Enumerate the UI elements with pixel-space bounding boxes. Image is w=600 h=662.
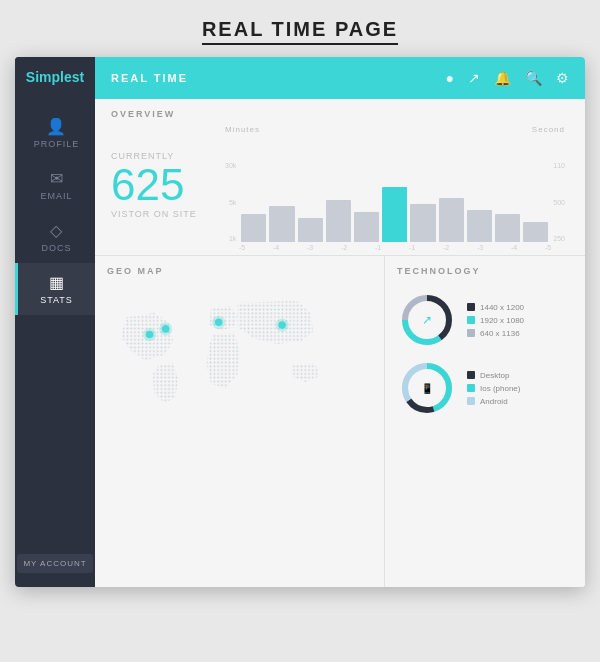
sidebar-item-label: STATS (40, 295, 73, 305)
pie-chart-icon[interactable]: ● (446, 70, 454, 86)
sidebar: Simplest 👤 PROFILE ✉ EMAIL ◇ DOCS ▦ STAT… (15, 57, 95, 587)
legend-color (467, 316, 475, 324)
legend-label: 1920 x 1080 (480, 316, 524, 325)
legend-color (467, 329, 475, 337)
legend-item: 1440 x 1200 (467, 303, 524, 312)
donut-row-1: ↗ 1440 x 1200 1920 x 1080 (397, 290, 573, 350)
legend-label: Android (480, 397, 508, 406)
sidebar-logo: Simplest (15, 57, 95, 97)
sidebar-item-label: PROFILE (34, 139, 80, 149)
bottom-sections: GEO MAP (95, 256, 585, 587)
legend-color (467, 303, 475, 311)
chart-y-right: 110 500 250 (553, 162, 565, 242)
chart-y-left: 30k 5k 1k (225, 162, 236, 242)
chart-bars (241, 162, 548, 242)
geo-section: GEO MAP (95, 256, 385, 587)
svg-point-4 (159, 322, 172, 335)
legend-color (467, 384, 475, 392)
page-title: REAL TIME PAGE (202, 18, 398, 45)
legend-item: Ios (phone) (467, 384, 520, 393)
chart-bar (382, 187, 407, 242)
svg-point-2 (143, 327, 156, 340)
sidebar-nav: 👤 PROFILE ✉ EMAIL ◇ DOCS ▦ STATS (15, 97, 95, 538)
geo-title: GEO MAP (107, 266, 372, 276)
overview-body: CURRENTLY 625 VISTOR ON SITE Minutes Sec… (111, 125, 569, 255)
chart-bar (326, 200, 351, 242)
legend-item: 640 x 1136 (467, 329, 524, 338)
overview-title: OVERVIEW (111, 109, 569, 119)
legend-label: Desktop (480, 371, 509, 380)
chart-wrapper: 30k 5k 1k 110 500 250 (221, 136, 569, 242)
donut-2: 📱 (397, 358, 457, 418)
chart-bar (523, 222, 548, 242)
chart-bar (495, 214, 520, 242)
bell-icon[interactable]: 🔔 (494, 70, 511, 86)
content: OVERVIEW CURRENTLY 625 VISTOR ON SITE Mi… (95, 99, 585, 587)
app-container: Simplest 👤 PROFILE ✉ EMAIL ◇ DOCS ▦ STAT… (15, 57, 585, 587)
visitor-count: 625 (111, 163, 221, 207)
sidebar-item-email[interactable]: ✉ EMAIL (15, 159, 95, 211)
my-account-button[interactable]: MY ACCOUNT (17, 554, 92, 573)
top-nav: REAL TIME ● ↗ 🔔 🔍 ⚙ (95, 57, 585, 99)
profile-icon: 👤 (46, 117, 67, 136)
main-area: REAL TIME ● ↗ 🔔 🔍 ⚙ OVERVIEW CURRENTLY 6… (95, 57, 585, 587)
chart-labels-top: Minutes Second (221, 125, 569, 136)
sidebar-item-docs[interactable]: ◇ DOCS (15, 211, 95, 263)
world-map (107, 282, 372, 442)
sidebar-item-label: DOCS (41, 243, 71, 253)
chart-bar (467, 210, 492, 242)
legend-1: 1440 x 1200 1920 x 1080 640 x 1136 (467, 303, 524, 338)
chart-right-label: Second (532, 125, 565, 134)
sidebar-item-label: EMAIL (40, 191, 72, 201)
donut-row-2: 📱 Desktop Ios (phone) (397, 358, 573, 418)
trend-icon[interactable]: ↗ (468, 70, 480, 86)
settings-icon[interactable]: ⚙ (556, 70, 569, 86)
overview-left: CURRENTLY 625 VISTOR ON SITE (111, 125, 221, 255)
chart-bar (354, 212, 379, 242)
sidebar-item-stats[interactable]: ▦ STATS (15, 263, 95, 315)
chart-x-axis: -5 -4 -3 -2 -1 -1 -2 -3 -4 -5 (221, 242, 569, 251)
search-icon[interactable]: 🔍 (525, 70, 542, 86)
chart-left-label: Minutes (225, 125, 260, 134)
tech-title: TECHNOLOGY (397, 266, 573, 276)
stats-icon: ▦ (49, 273, 65, 292)
donut-2-icon: 📱 (421, 383, 433, 394)
legend-item: Android (467, 397, 520, 406)
logo-text-static: Simpl (26, 69, 64, 85)
svg-point-8 (275, 318, 288, 331)
world-map-svg (107, 285, 372, 440)
overview-section: OVERVIEW CURRENTLY 625 VISTOR ON SITE Mi… (95, 99, 585, 256)
chart-bar (269, 206, 294, 242)
sidebar-item-profile[interactable]: 👤 PROFILE (15, 107, 95, 159)
legend-label: Ios (phone) (480, 384, 520, 393)
logo-text-accent: est (64, 69, 84, 85)
chart-bar (298, 218, 323, 242)
chart-bar (241, 214, 266, 242)
chart-bar (439, 198, 464, 242)
legend-label: 1440 x 1200 (480, 303, 524, 312)
tech-section: TECHNOLOGY (385, 256, 585, 587)
nav-label: REAL TIME (111, 72, 446, 84)
legend-item: Desktop (467, 371, 520, 380)
svg-point-6 (212, 315, 225, 328)
legend-2: Desktop Ios (phone) Android (467, 371, 520, 406)
legend-color (467, 397, 475, 405)
email-icon: ✉ (50, 169, 64, 188)
donut-1-icon: ↗ (422, 313, 432, 327)
legend-label: 640 x 1136 (480, 329, 520, 338)
chart-bar (410, 204, 435, 242)
legend-color (467, 371, 475, 379)
sidebar-footer: MY ACCOUNT (15, 538, 99, 587)
docs-icon: ◇ (50, 221, 63, 240)
chart-area: Minutes Second 30k 5k 1k (221, 125, 569, 255)
legend-item: 1920 x 1080 (467, 316, 524, 325)
page-header: REAL TIME PAGE (0, 0, 600, 57)
donut-1: ↗ (397, 290, 457, 350)
visitor-label: VISTOR ON SITE (111, 209, 221, 219)
nav-icons: ● ↗ 🔔 🔍 ⚙ (446, 70, 569, 86)
